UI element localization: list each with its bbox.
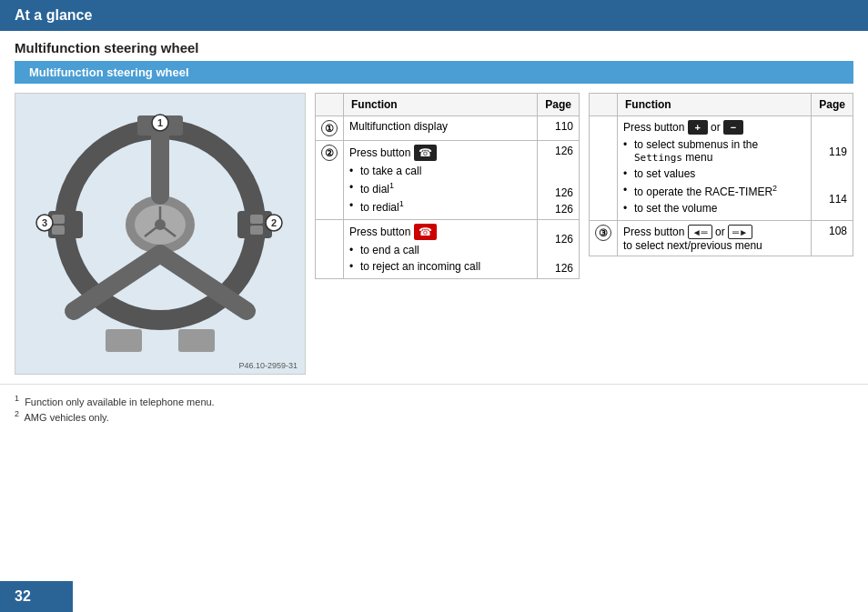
right-arrow-button-icon: ═► — [728, 225, 752, 239]
svg-rect-15 — [250, 215, 263, 224]
right-table-function-header: Function — [618, 94, 812, 116]
list-item: to select submenus in the Settings menu — [623, 136, 805, 166]
sub-section-bar: Multifunction steering wheel — [15, 61, 853, 84]
svg-text:1: 1 — [157, 117, 163, 128]
svg-text:2: 2 — [271, 217, 277, 228]
left-function-table: Function Page ① Multifunction display 11… — [315, 93, 580, 279]
svg-rect-13 — [52, 226, 65, 235]
minus-button-icon: − — [723, 120, 743, 135]
row-num — [316, 220, 344, 279]
table-row: Press button ☎ to end a call to reject a… — [316, 220, 580, 279]
phone-red-button-icon: ☎ — [414, 224, 437, 240]
footnote-2: 2 AMG vehicles only. — [15, 409, 853, 423]
row-num: ① — [316, 116, 344, 141]
content-area: 1 2 3 P46.10-2959-31 Function Page — [0, 84, 868, 384]
list-item: to operate the RACE-TIMER2 — [623, 182, 805, 200]
steering-wheel-image: 1 2 3 P46.10-2959-31 — [15, 93, 306, 375]
right-table-num-header — [590, 94, 618, 116]
list-item: to dial1 — [349, 179, 531, 197]
footnote-1: 1 Function only available in telephone m… — [15, 394, 853, 407]
svg-rect-12 — [52, 215, 65, 224]
svg-point-7 — [155, 219, 166, 230]
left-table-function-header: Function — [344, 94, 538, 116]
page-number: 32 — [15, 588, 31, 604]
row-function: Press button ◄═ or ═► to select next/pre… — [618, 221, 812, 256]
left-table-page-header: Page — [538, 94, 580, 116]
svg-rect-19 — [178, 329, 215, 352]
section-title: Multifunction steering wheel — [0, 31, 868, 61]
list-item: to reject an incoming call — [349, 258, 531, 275]
list-item: to end a call — [349, 242, 531, 258]
bullet-list: to end a call to reject an incoming call — [349, 242, 531, 275]
row-page: 119 114 — [812, 116, 853, 221]
row-function: Press button ☎ to end a call to reject a… — [344, 220, 538, 279]
row-num: ③ — [590, 221, 618, 256]
svg-text:3: 3 — [42, 217, 47, 228]
row-page: 110 — [538, 116, 580, 141]
bullet-list: to select submenus in the Settings menu … — [623, 136, 805, 216]
row-num: ② — [316, 141, 344, 220]
tables-area: Function Page ① Multifunction display 11… — [315, 93, 853, 279]
right-function-table: Function Page Press button + or − to sel… — [589, 93, 853, 256]
left-arrow-button-icon: ◄═ — [688, 225, 712, 239]
row-function: Press button + or − to select submenus i… — [618, 116, 812, 221]
list-item: to set values — [623, 166, 805, 182]
list-item: to redial1 — [349, 197, 531, 216]
list-item: to set the volume — [623, 200, 805, 216]
table-row: Press button + or − to select submenus i… — [590, 116, 853, 221]
right-table-page-header: Page — [812, 94, 853, 116]
row-function: Multifunction display — [344, 116, 538, 141]
footnotes-area: 1 Function only available in telephone m… — [0, 384, 868, 427]
table-row: ③ Press button ◄═ or ═► to select next/p… — [590, 221, 853, 256]
header-title: At a glance — [15, 7, 92, 23]
row-page: 126 126 126 — [538, 141, 580, 220]
svg-rect-18 — [106, 329, 142, 352]
table-row: ② Press button ☎ to take a call to dial1… — [316, 141, 580, 220]
left-table-num-header — [316, 94, 344, 116]
phone-green-button-icon: ☎ — [414, 145, 437, 161]
page-header: At a glance — [0, 0, 868, 31]
bullet-list: to take a call to dial1 to redial1 — [349, 163, 531, 216]
page-number-bar: 32 — [0, 581, 73, 612]
row-num — [590, 116, 618, 221]
row-page: 126 126 — [538, 220, 580, 279]
row-page: 108 — [812, 221, 853, 256]
image-caption: P46.10-2959-31 — [238, 361, 298, 370]
table-row: ① Multifunction display 110 — [316, 116, 580, 141]
svg-rect-16 — [250, 226, 263, 235]
row-function: Press button ☎ to take a call to dial1 t… — [344, 141, 538, 220]
plus-button-icon: + — [688, 120, 708, 135]
list-item: to take a call — [349, 163, 531, 179]
